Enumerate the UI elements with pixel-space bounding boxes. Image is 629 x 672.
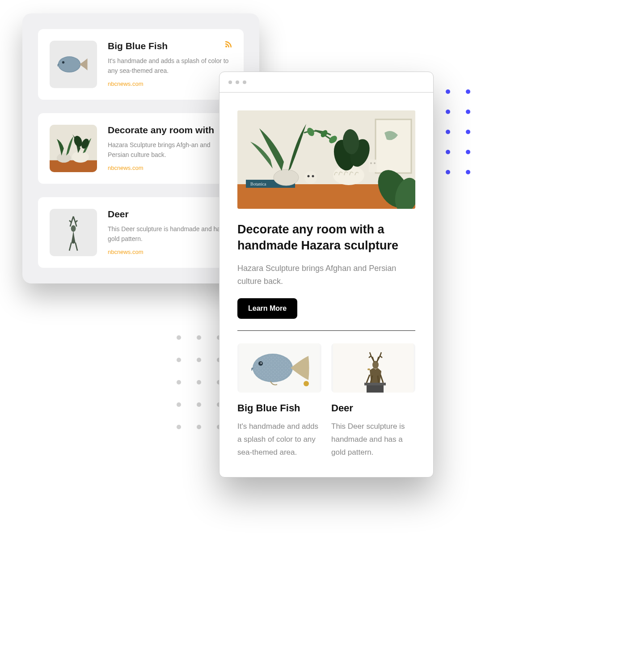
svg-rect-5 bbox=[50, 161, 97, 173]
svg-rect-30 bbox=[369, 160, 377, 172]
svg-point-31 bbox=[370, 162, 372, 164]
svg-point-39 bbox=[261, 363, 262, 364]
svg-point-2 bbox=[62, 61, 64, 63]
browser-titlebar bbox=[220, 72, 433, 93]
product-title: Big Blue Fish bbox=[237, 402, 321, 414]
svg-rect-12 bbox=[376, 119, 411, 173]
svg-point-40 bbox=[304, 381, 309, 386]
feed-description: This Deer sculpture is handmade and has … bbox=[108, 224, 232, 244]
product-description: This Deer sculpture is handmade and has … bbox=[331, 420, 415, 459]
svg-point-3 bbox=[225, 46, 227, 47]
feed-title: Big Blue Fish bbox=[108, 41, 232, 51]
svg-point-45 bbox=[367, 368, 370, 370]
hero-description: Hazara Sculpture brings Afghan and Persi… bbox=[237, 262, 415, 288]
hero-image-plants: Botanica bbox=[237, 110, 415, 209]
svg-point-1 bbox=[59, 57, 80, 72]
feed-description: It's handmade and adds a splash of color… bbox=[108, 56, 232, 76]
feed-source-link[interactable]: nbcnews.com bbox=[108, 165, 232, 171]
feed-thumbnail-deer bbox=[50, 209, 97, 256]
svg-point-37 bbox=[254, 355, 291, 381]
feed-description: Hazara Sculpture brings Afgh-an and Pers… bbox=[108, 140, 232, 160]
feed-card[interactable]: Deer This Deer sculpture is handmade and… bbox=[38, 197, 244, 268]
product-image-fish bbox=[237, 343, 321, 393]
decorative-dots-gray bbox=[177, 335, 221, 429]
feed-source-link[interactable]: nbcnews.com bbox=[108, 80, 232, 87]
feed-thumbnail-plants bbox=[50, 125, 97, 172]
svg-point-7 bbox=[72, 151, 89, 162]
product-card[interactable]: Deer This Deer sculpture is handmade and… bbox=[331, 343, 415, 459]
product-description: It's handmade and adds a splash of color… bbox=[237, 420, 321, 459]
window-control-dot[interactable] bbox=[228, 80, 232, 84]
rss-icon[interactable] bbox=[225, 41, 232, 48]
feed-title: Decorate any room with bbox=[108, 125, 232, 135]
svg-point-32 bbox=[374, 162, 376, 164]
learn-more-button[interactable]: Learn More bbox=[237, 298, 297, 319]
feed-card[interactable]: Decorate any room with Hazara Sculpture … bbox=[38, 113, 244, 184]
product-image-deer bbox=[331, 343, 415, 393]
svg-point-6 bbox=[57, 153, 71, 163]
feed-thumbnail-fish bbox=[50, 41, 97, 88]
window-control-dot[interactable] bbox=[236, 80, 239, 84]
divider bbox=[237, 330, 415, 331]
browser-window: Botanica bbox=[219, 72, 434, 478]
feed-card[interactable]: Big Blue Fish It's handmade and adds a s… bbox=[38, 29, 244, 100]
svg-text:Botanica: Botanica bbox=[250, 182, 266, 186]
svg-point-19 bbox=[304, 171, 317, 184]
product-card[interactable]: Big Blue Fish It's handmade and adds a s… bbox=[237, 343, 321, 459]
svg-point-21 bbox=[312, 175, 314, 178]
feed-title: Deer bbox=[108, 209, 232, 220]
hero-title: Decorate any room with a handmade Hazara… bbox=[237, 221, 415, 254]
feed-source-link[interactable]: nbcnews.com bbox=[108, 249, 232, 255]
window-control-dot[interactable] bbox=[243, 80, 246, 84]
svg-point-20 bbox=[308, 175, 310, 178]
svg-rect-43 bbox=[364, 383, 386, 385]
svg-point-44 bbox=[372, 361, 379, 369]
svg-rect-42 bbox=[367, 385, 384, 393]
product-title: Deer bbox=[331, 402, 415, 414]
